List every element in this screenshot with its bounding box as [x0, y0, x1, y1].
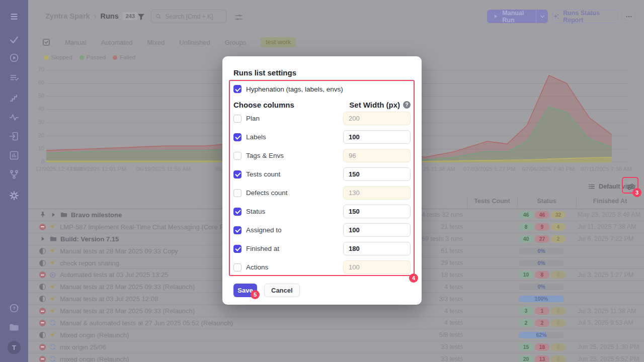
annotation-step-4: 4 [409, 274, 418, 283]
annotation-box-columns [229, 80, 415, 276]
modal-buttons: Save Cancel [233, 284, 411, 297]
cancel-button[interactable]: Cancel [264, 284, 300, 297]
modal-title: Runs list settings [233, 56, 411, 77]
annotation-step-5: 5 [251, 290, 260, 299]
annotation-step-3: 3 [632, 188, 641, 197]
app-screen: ? T Zyntra Spark › Runs 243 Manual Run R… [0, 0, 644, 362]
